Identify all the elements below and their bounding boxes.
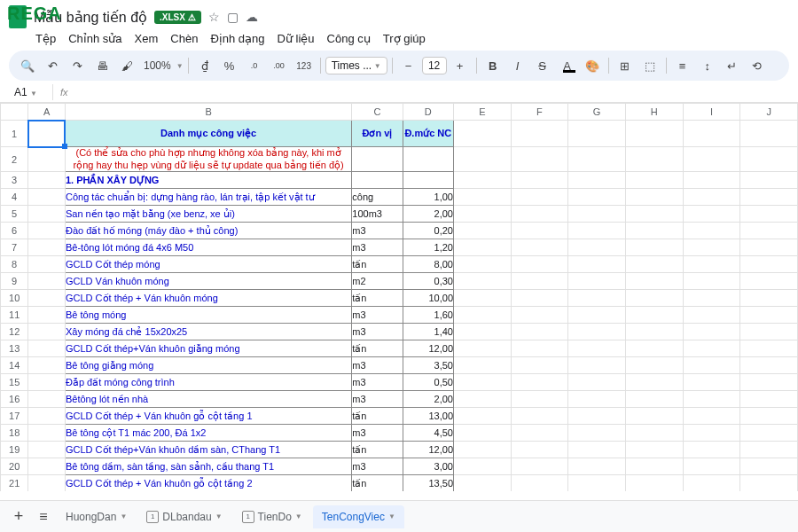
- italic-icon[interactable]: I: [506, 54, 529, 77]
- header-work[interactable]: Danh mục công việc: [65, 121, 351, 147]
- col-D[interactable]: D: [403, 104, 453, 121]
- row-8[interactable]: 8: [1, 256, 28, 273]
- row-20[interactable]: 20: [1, 458, 28, 475]
- cell[interactable]: 2,00: [403, 391, 453, 408]
- zoom-select[interactable]: 100%▼: [140, 59, 184, 72]
- all-sheets-icon[interactable]: ≡: [32, 505, 55, 528]
- font-size-inc[interactable]: +: [449, 54, 472, 77]
- col-I[interactable]: I: [683, 104, 740, 121]
- menu-edit[interactable]: Chỉnh sửa: [68, 32, 121, 45]
- cell[interactable]: 1,60: [403, 307, 453, 324]
- row-4[interactable]: 4: [1, 189, 28, 206]
- menu-insert[interactable]: Chèn: [170, 32, 198, 45]
- cell[interactable]: [28, 391, 66, 408]
- merge-icon[interactable]: ⬚: [638, 54, 661, 77]
- text-color-icon[interactable]: A: [556, 54, 579, 77]
- cell[interactable]: m3: [352, 391, 403, 408]
- cell[interactable]: [28, 408, 66, 425]
- cell[interactable]: Xây móng đá chẻ 15x20x25: [65, 324, 351, 340]
- sheet-tab[interactable]: 1DLbandau▼: [137, 505, 231, 528]
- cell[interactable]: 1,20: [403, 239, 453, 256]
- cell[interactable]: tấn: [352, 442, 403, 458]
- menu-view[interactable]: Xem: [135, 32, 159, 45]
- font-select[interactable]: Times ...▼: [325, 57, 387, 74]
- cell[interactable]: [28, 475, 66, 492]
- cell[interactable]: [28, 324, 66, 340]
- note-cell[interactable]: (Có thể sửa cho phù hợp nhưng không xóa …: [65, 147, 351, 172]
- sheet-tab[interactable]: 1TienDo▼: [233, 505, 311, 528]
- row-5[interactable]: 5: [1, 206, 28, 223]
- cell[interactable]: 4,50: [403, 425, 453, 442]
- cell[interactable]: [28, 425, 66, 442]
- cell[interactable]: 3,00: [403, 458, 453, 475]
- section-title[interactable]: 1. PHẦN XÂY DỰNG: [65, 172, 351, 189]
- cell[interactable]: GCLD Cốt thép + Ván khuôn gỗ cột tầng 2: [65, 475, 351, 492]
- cell[interactable]: 0,20: [403, 223, 453, 239]
- cell[interactable]: [28, 223, 66, 239]
- cell[interactable]: Bê tông cột T1 mác 200, Đá 1x2: [65, 425, 351, 442]
- cell[interactable]: Đắp đất móng công trình: [65, 374, 351, 391]
- cell[interactable]: [28, 458, 66, 475]
- cell[interactable]: 12,00: [403, 442, 453, 458]
- cell[interactable]: m3: [352, 374, 403, 391]
- dec-increase-icon[interactable]: .00: [268, 54, 291, 77]
- menu-tools[interactable]: Công cụ: [327, 32, 371, 45]
- grid[interactable]: A B C D E F G H I J 1 Danh mục công việc…: [0, 103, 798, 491]
- strike-icon[interactable]: S: [531, 54, 554, 77]
- cell[interactable]: [28, 340, 66, 357]
- paint-format-icon[interactable]: 🖌: [115, 54, 138, 77]
- menu-help[interactable]: Trợ giúp: [383, 32, 426, 45]
- rotate-icon[interactable]: ⟲: [746, 54, 769, 77]
- cell[interactable]: m2: [352, 273, 403, 290]
- cell[interactable]: GCLD Cốt thép + Ván khuôn móng: [65, 290, 351, 307]
- cell[interactable]: [28, 256, 66, 273]
- cell[interactable]: m3: [352, 458, 403, 475]
- row-10[interactable]: 10: [1, 290, 28, 307]
- font-size-dec[interactable]: −: [397, 54, 420, 77]
- cell[interactable]: 2,00: [403, 206, 453, 223]
- cell[interactable]: [28, 357, 66, 374]
- doc-title[interactable]: Mẫu bảng tiến độ: [34, 9, 147, 26]
- more-formats[interactable]: 123: [293, 54, 316, 77]
- wrap-icon[interactable]: ↵: [721, 54, 744, 77]
- cell[interactable]: [28, 239, 66, 256]
- cell[interactable]: tấn: [352, 340, 403, 357]
- row-11[interactable]: 11: [1, 307, 28, 324]
- cell[interactable]: GCLD Ván khuôn móng: [65, 273, 351, 290]
- folder-icon[interactable]: ▢: [227, 10, 239, 24]
- print-icon[interactable]: 🖶: [90, 54, 113, 77]
- fill-color-icon[interactable]: 🎨: [581, 54, 604, 77]
- col-E[interactable]: E: [454, 104, 512, 121]
- row-18[interactable]: 18: [1, 425, 28, 442]
- row-12[interactable]: 12: [1, 324, 28, 340]
- cell[interactable]: Bê tông dầm, sàn tầng, sàn sảnh, cầu tha…: [65, 458, 351, 475]
- cell[interactable]: [28, 189, 66, 206]
- row-1[interactable]: 1: [1, 121, 28, 147]
- col-H[interactable]: H: [625, 104, 683, 121]
- row-13[interactable]: 13: [1, 340, 28, 357]
- cell[interactable]: GCLD Cốt thép móng: [65, 256, 351, 273]
- cell[interactable]: Bê-tông lót móng đá 4x6 M50: [65, 239, 351, 256]
- cell[interactable]: [28, 206, 66, 223]
- row-3[interactable]: 3: [1, 172, 28, 189]
- cell[interactable]: m3: [352, 307, 403, 324]
- col-A[interactable]: A: [28, 104, 66, 121]
- cell[interactable]: 13,50: [403, 475, 453, 492]
- sheet-tab[interactable]: HuongDan▼: [57, 505, 136, 528]
- cell[interactable]: 10,00: [403, 290, 453, 307]
- borders-icon[interactable]: ⊞: [614, 54, 637, 77]
- col-G[interactable]: G: [568, 104, 626, 121]
- col-J[interactable]: J: [740, 104, 798, 121]
- sheet-tab[interactable]: TenCongViec▼: [313, 505, 404, 528]
- currency-icon[interactable]: ₫: [193, 54, 216, 77]
- row-6[interactable]: 6: [1, 223, 28, 239]
- col-F[interactable]: F: [511, 104, 568, 121]
- select-all[interactable]: [1, 104, 28, 121]
- dec-decrease-icon[interactable]: .0: [243, 54, 266, 77]
- percent-icon[interactable]: %: [218, 54, 241, 77]
- header-unit[interactable]: Đơn vị: [352, 121, 403, 147]
- row-15[interactable]: 15: [1, 374, 28, 391]
- cell[interactable]: 8,00: [403, 256, 453, 273]
- cell[interactable]: GCLD Cốt thép+Ván khuôn giằng móng: [65, 340, 351, 357]
- menu-data[interactable]: Dữ liệu: [278, 32, 315, 45]
